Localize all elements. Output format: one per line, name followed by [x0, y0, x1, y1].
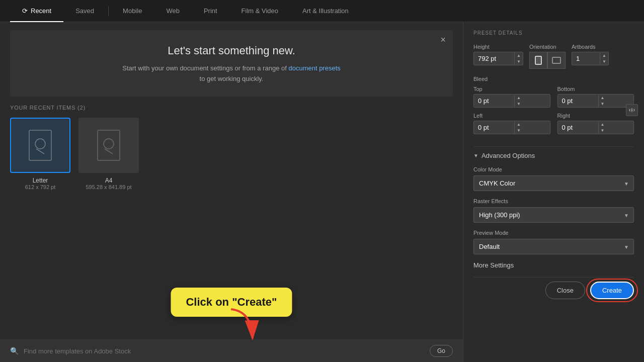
tab-saved[interactable]: Saved [63, 0, 106, 22]
recent-item-a4[interactable]: A4 595.28 x 841.89 pt [78, 118, 139, 190]
bleed-top-spinner: ▲ ▼ [514, 95, 523, 107]
main-content: × Let's start something new. Start with … [0, 22, 644, 362]
raster-effects-select[interactable]: High (300 ppi) Medium (150 ppi) Screen (… [473, 207, 634, 223]
recent-item-a4-size: 595.28 x 841.89 pt [86, 184, 131, 190]
search-input[interactable] [24, 347, 425, 355]
tab-recent[interactable]: ⟳ Recent [10, 0, 63, 22]
svg-rect-3 [98, 130, 120, 160]
bleed-top-input[interactable] [474, 95, 514, 107]
recent-item-a4-name: A4 [105, 177, 113, 184]
recent-label: YOUR RECENT ITEMS (2) [10, 105, 453, 111]
preview-mode-select[interactable]: Default Pixel Overprint [473, 239, 634, 254]
nav-divider [108, 6, 109, 16]
tab-web[interactable]: Web [154, 0, 192, 22]
bleed-left-down[interactable]: ▼ [515, 128, 523, 134]
raster-effects-field: Raster Effects High (300 ppi) Medium (15… [473, 198, 634, 223]
bleed-left-input[interactable] [474, 121, 514, 134]
advanced-options-toggle[interactable]: ▼ Advanced Options [473, 152, 634, 159]
preview-mode-label: Preview Mode [473, 230, 634, 236]
tooltip-annotation: Click on "Create" [171, 288, 292, 317]
orientation-field: Orientation [529, 44, 566, 69]
field-group-dimensions: Height ▲ ▼ Orientation [473, 44, 634, 69]
bleed-bottom: Bottom ▲ ▼ [557, 86, 634, 108]
svg-line-5 [105, 149, 113, 154]
height-spin-down[interactable]: ▼ [515, 59, 523, 65]
recent-item-letter-size: 612 x 792 pt [25, 184, 56, 190]
bleed-top: Top ▲ ▼ [473, 86, 550, 108]
artboards-input[interactable] [572, 52, 600, 65]
bleed-bottom-input[interactable] [558, 95, 598, 107]
orientation-landscape-button[interactable] [547, 52, 566, 69]
recent-grid: Letter 612 x 792 pt A4 595.28 x 841.89 p… [10, 118, 453, 190]
top-nav: ⟳ Recent Saved Mobile Web Print Film & V… [0, 0, 644, 22]
orientation-buttons [529, 52, 566, 69]
orientation-portrait-button[interactable] [529, 52, 547, 69]
more-settings-button[interactable]: More Settings [473, 261, 514, 269]
recent-item-letter[interactable]: Letter 612 x 792 pt [10, 118, 70, 190]
bleed-right-label: Right [557, 113, 634, 119]
artboards-label: Artboards [572, 44, 609, 50]
artboards-spin-up[interactable]: ▲ [600, 53, 608, 59]
search-icon: 🔍 [10, 347, 19, 355]
divider [473, 146, 634, 147]
raster-effects-dropdown-wrap: High (300 ppi) Medium (150 ppi) Screen (… [473, 207, 634, 223]
artboard-input-wrap: ▲ ▼ [572, 52, 609, 65]
create-button-annotation: Create [590, 282, 634, 299]
welcome-title: Let's start something new. [20, 44, 443, 57]
color-mode-dropdown-wrap: CMYK Color RGB Color [473, 175, 634, 191]
bleed-right-input[interactable] [558, 121, 598, 134]
tab-art[interactable]: Art & Illustration [290, 0, 361, 22]
create-button[interactable]: Create [590, 282, 634, 299]
tab-print[interactable]: Print [192, 0, 229, 22]
tab-mobile[interactable]: Mobile [111, 0, 154, 22]
height-input-wrap: ▲ ▼ [473, 52, 523, 65]
bleed-right: Right ▲ ▼ [557, 113, 634, 134]
height-spinner: ▲ ▼ [514, 53, 523, 65]
bleed-right-spinner: ▲ ▼ [598, 122, 607, 134]
svg-line-2 [36, 149, 44, 154]
height-field: Height ▲ ▼ [473, 44, 523, 65]
recent-section: YOUR RECENT ITEMS (2) Letter 612 x 792 p… [0, 105, 463, 190]
close-button[interactable]: Close [545, 282, 585, 299]
bleed-bottom-down[interactable]: ▼ [599, 101, 607, 107]
height-label: Height [473, 44, 523, 50]
bleed-top-up[interactable]: ▲ [515, 95, 523, 101]
height-input[interactable] [474, 52, 514, 65]
document-presets-link[interactable]: document presets [288, 64, 340, 72]
welcome-subtitle: Start with your own document settings or… [20, 63, 443, 84]
color-mode-label: Color Mode [473, 166, 634, 172]
bleed-left-up[interactable]: ▲ [515, 122, 523, 128]
height-spin-up[interactable]: ▲ [515, 53, 523, 59]
preview-mode-field: Preview Mode Default Pixel Overprint [473, 230, 634, 254]
welcome-banner: × Let's start something new. Start with … [10, 30, 453, 97]
go-button[interactable]: Go [430, 345, 453, 357]
svg-point-4 [104, 139, 114, 149]
svg-point-1 [35, 139, 45, 149]
bottom-buttons: Close Create [473, 277, 634, 299]
bleed-bottom-up[interactable]: ▲ [599, 95, 607, 101]
more-settings-row: More Settings [473, 261, 634, 269]
svg-rect-8 [552, 57, 560, 63]
welcome-close-button[interactable]: × [440, 35, 446, 44]
bleed-label: Bleed [473, 76, 634, 82]
recent-thumb-letter [10, 118, 70, 173]
tab-film[interactable]: Film & Video [229, 0, 290, 22]
artboards-field: Artboards ▲ ▼ [572, 44, 609, 65]
bleed-left-input-wrap: ▲ ▼ [473, 121, 550, 134]
bleed-top-down[interactable]: ▼ [515, 101, 523, 107]
bleed-top-input-wrap: ▲ ▼ [473, 94, 550, 108]
bleed-grid: Top ▲ ▼ Bottom ▲ ▼ [473, 86, 634, 134]
svg-rect-7 [535, 56, 541, 64]
raster-effects-label: Raster Effects [473, 198, 634, 204]
bleed-bottom-label: Bottom [557, 86, 634, 92]
bleed-left-spinner: ▲ ▼ [514, 122, 523, 134]
bleed-right-down[interactable]: ▼ [599, 128, 607, 134]
artboards-spin-down[interactable]: ▼ [600, 59, 608, 65]
bleed-right-up[interactable]: ▲ [599, 122, 607, 128]
recent-item-letter-name: Letter [33, 177, 48, 184]
bleed-left: Left ▲ ▼ [473, 113, 550, 134]
preview-mode-dropdown-wrap: Default Pixel Overprint [473, 239, 634, 254]
recent-icon: ⟳ [22, 7, 28, 15]
color-mode-select[interactable]: CMYK Color RGB Color [473, 175, 634, 191]
bleed-link-icon[interactable] [626, 104, 638, 116]
